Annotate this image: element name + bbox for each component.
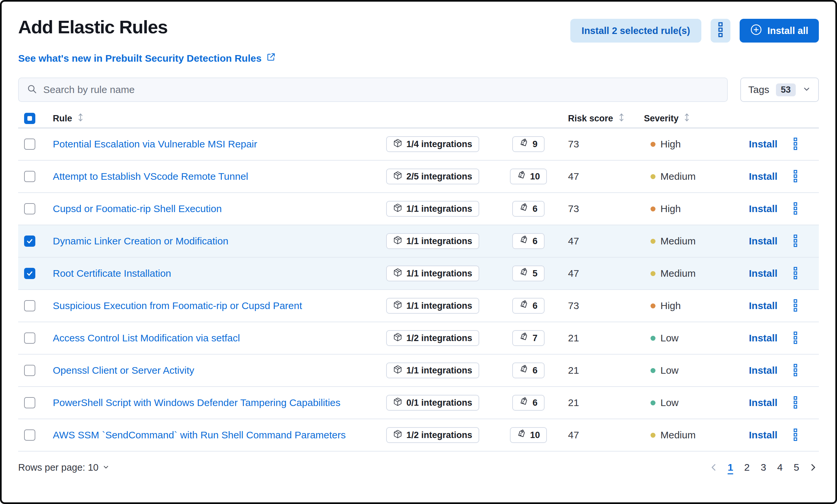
row-checkbox[interactable] [24, 236, 35, 247]
tags-label: Tags [748, 84, 769, 95]
severity-dot [651, 368, 656, 373]
column-header-rule[interactable]: Rule [41, 112, 377, 125]
rule-name-link[interactable]: Attempt to Establish VScode Remote Tunne… [53, 171, 248, 182]
integrations-badge[interactable]: 0/1 integrations [386, 395, 479, 411]
install-all-button[interactable]: Install all [740, 19, 819, 42]
page-number-4[interactable]: 4 [774, 460, 786, 475]
tags-badge[interactable]: 10 [510, 169, 547, 184]
row-checkbox[interactable] [24, 333, 35, 344]
tags-badge[interactable]: 6 [512, 233, 544, 249]
rule-name-link[interactable]: AWS SSM `SendCommand` with Run Shell Com… [53, 429, 346, 440]
install-rule-link[interactable]: Install [749, 429, 778, 441]
next-page-button[interactable] [807, 460, 819, 475]
tag-count-label: 10 [530, 430, 540, 440]
boxes-vertical-icon [793, 332, 798, 345]
row-checkbox[interactable] [24, 300, 35, 311]
search-input[interactable] [43, 84, 719, 95]
row-actions-button[interactable] [793, 364, 798, 377]
whats-new-link[interactable]: See what's new in Prebuilt Security Dete… [18, 52, 276, 64]
tag-count-label: 6 [532, 398, 537, 408]
rule-name-link[interactable]: Root Certificate Installation [53, 268, 171, 279]
tags-badge[interactable]: 5 [512, 265, 544, 281]
integrations-badge[interactable]: 1/2 integrations [386, 427, 479, 443]
integrations-badge[interactable]: 2/5 integrations [386, 169, 479, 184]
tags-badge[interactable]: 7 [512, 330, 544, 346]
table-row: Cupsd or Foomatic-rip Shell Execution 1/… [18, 193, 819, 225]
row-checkbox[interactable] [24, 429, 35, 441]
install-rule-link[interactable]: Install [749, 268, 778, 279]
integrations-badge[interactable]: 1/1 integrations [386, 201, 479, 217]
integrations-badge[interactable]: 1/2 integrations [386, 330, 479, 346]
integrations-badge[interactable]: 1/4 integrations [386, 136, 479, 152]
rule-name-link[interactable]: Access Control List Modification via set… [53, 333, 240, 343]
package-icon [393, 236, 402, 247]
severity-label: High [660, 300, 681, 311]
rule-name-link[interactable]: Cupsd or Foomatic-rip Shell Execution [53, 203, 222, 214]
integrations-label: 0/1 integrations [406, 398, 472, 408]
row-actions-button[interactable] [793, 428, 798, 442]
row-checkbox[interactable] [24, 365, 35, 376]
row-checkbox[interactable] [24, 203, 35, 214]
tags-badge[interactable]: 6 [512, 395, 544, 411]
row-actions-button[interactable] [793, 396, 798, 410]
rows-per-page-button[interactable]: Rows per page: 10 [18, 462, 110, 473]
severity-label: Low [660, 397, 679, 408]
tags-badge[interactable]: 6 [512, 298, 544, 314]
row-actions-button[interactable] [793, 299, 798, 313]
row-checkbox[interactable] [24, 138, 35, 150]
rule-name-link[interactable]: Suspicious Execution from Foomatic-rip o… [53, 300, 302, 311]
package-icon [393, 300, 402, 312]
install-rule-link[interactable]: Install [749, 138, 778, 150]
table-row: Attempt to Establish VScode Remote Tunne… [18, 161, 819, 193]
row-actions-button[interactable] [793, 332, 798, 345]
tags-filter-dropdown[interactable]: Tags 53 [740, 77, 819, 102]
row-checkbox[interactable] [24, 171, 35, 182]
column-header-severity[interactable]: Severity [644, 112, 740, 125]
page-number-2[interactable]: 2 [741, 460, 753, 475]
install-selected-button[interactable]: Install 2 selected rule(s) [570, 19, 701, 42]
risk-score-column-label: Risk score [568, 113, 613, 124]
tags-badge[interactable]: 6 [512, 362, 544, 378]
row-actions-button[interactable] [793, 170, 798, 183]
tags-count-badge: 53 [776, 83, 796, 96]
rule-name-link[interactable]: Potential Escalation via Vulnerable MSI … [53, 138, 257, 149]
row-checkbox[interactable] [24, 397, 35, 408]
integrations-badge[interactable]: 1/1 integrations [386, 298, 479, 314]
page-number-1[interactable]: 1 [725, 460, 736, 475]
install-rule-link[interactable]: Install [749, 365, 778, 376]
row-checkbox[interactable] [24, 268, 35, 279]
integrations-badge[interactable]: 1/1 integrations [386, 233, 479, 249]
row-actions-button[interactable] [793, 235, 798, 248]
page-number-3[interactable]: 3 [758, 460, 769, 475]
install-rule-link[interactable]: Install [749, 236, 778, 247]
column-header-risk-score[interactable]: Risk score [568, 112, 644, 125]
row-actions-button[interactable] [793, 202, 798, 216]
tag-icon [519, 333, 529, 344]
rule-name-link[interactable]: PowerShell Script with Windows Defender … [53, 397, 341, 408]
tags-badge[interactable]: 9 [512, 136, 544, 152]
page-number-5[interactable]: 5 [790, 460, 802, 475]
integrations-label: 1/1 integrations [406, 268, 472, 279]
bulk-actions-menu-button[interactable] [711, 19, 730, 42]
rule-name-link[interactable]: Dynamic Linker Creation or Modification [53, 236, 228, 246]
integrations-badge[interactable]: 1/1 integrations [386, 362, 479, 378]
boxes-vertical-icon [793, 267, 798, 280]
severity-dot [651, 433, 656, 438]
row-actions-button[interactable] [793, 137, 798, 151]
rule-name-link[interactable]: Openssl Client or Server Activity [53, 365, 194, 376]
row-actions-button[interactable] [793, 267, 798, 280]
install-rule-link[interactable]: Install [749, 300, 778, 311]
integrations-label: 1/1 integrations [406, 301, 472, 311]
install-rule-link[interactable]: Install [749, 397, 778, 408]
integrations-badge[interactable]: 1/1 integrations [386, 265, 479, 281]
tags-badge[interactable]: 6 [512, 201, 544, 217]
install-rule-link[interactable]: Install [749, 203, 778, 214]
previous-page-button[interactable] [708, 460, 720, 475]
boxes-vertical-icon [793, 170, 798, 183]
header-actions: Install 2 selected rule(s) Install all [570, 19, 819, 42]
tag-icon [517, 171, 526, 182]
select-all-checkbox[interactable] [24, 113, 35, 124]
install-rule-link[interactable]: Install [749, 171, 778, 182]
install-rule-link[interactable]: Install [749, 333, 778, 344]
tags-badge[interactable]: 10 [510, 427, 547, 443]
